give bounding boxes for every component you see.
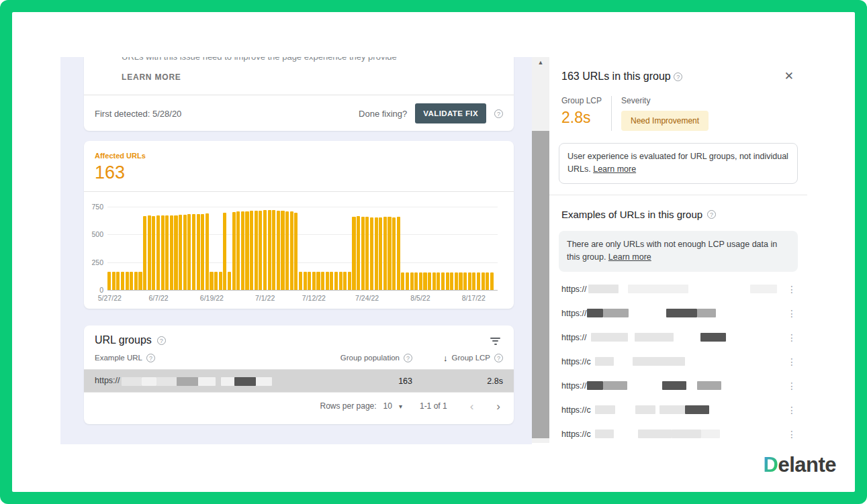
chart-bar [365,217,369,290]
learn-more-link[interactable]: Learn more [593,164,636,174]
redacted-text [591,333,628,342]
chart-bar [134,272,138,290]
chart-bar [401,272,404,290]
chart-bar [255,211,258,290]
redacted-text [628,285,688,293]
chart-bar [130,272,133,290]
chart-bar [299,272,302,290]
divider [84,191,514,192]
scrollbar-thumb[interactable] [532,131,549,438]
validate-fix-button[interactable]: VALIDATE FIX [415,103,486,123]
url-prefix: https:// [561,285,587,294]
help-icon[interactable] [157,336,166,345]
chart-bar [201,214,204,290]
chart-bar [219,272,222,290]
chart-bar [228,272,231,290]
example-url-link[interactable]: https:// [561,381,721,391]
example-url-link[interactable]: https://c [561,430,720,439]
lcp-usage-notice: There are only URLs with not enough LCP … [559,231,798,272]
col-group-population: Group population [340,354,400,362]
y-axis-label: 250 [89,258,103,266]
chart-bar [357,216,360,290]
redacted-text [635,333,674,342]
chart-bar [334,272,338,290]
help-icon[interactable] [674,72,682,81]
more-options-icon[interactable]: ⋮ [787,356,796,367]
sort-desc-icon[interactable]: ↓ [443,353,448,363]
chart-bar [450,272,453,290]
redacted-text [234,377,256,386]
next-page-icon[interactable]: › [496,401,500,412]
help-icon[interactable] [404,354,412,362]
chart-bar [259,211,262,290]
chart-bar [321,272,324,290]
x-axis-label: 6/19/22 [200,294,224,302]
x-axis-label: 6/7/22 [148,294,168,302]
example-url-link[interactable]: https:// [561,285,777,294]
chart-bar [326,272,329,290]
redacted-text [603,381,627,390]
url-prefix: https://c [561,430,591,439]
chart-bar [250,211,253,290]
group-info-box: User experience is evaluated for URL gro… [559,143,798,184]
help-icon[interactable] [494,354,503,362]
learn-more-link[interactable]: LEARN MORE [122,72,181,82]
more-options-icon[interactable]: ⋮ [787,429,796,440]
col-group-lcp[interactable]: Group LCP [451,354,490,362]
more-options-icon[interactable]: ⋮ [787,284,796,295]
example-url-link[interactable]: https:// [561,309,716,318]
x-axis: 5/27/226/7/226/19/227/1/227/12/227/24/22… [107,290,494,301]
divider [549,195,807,195]
x-axis-label: 7/24/22 [355,294,379,302]
logo-text: elante [778,453,836,476]
chart-bar [165,215,169,290]
help-icon[interactable] [707,210,716,219]
dropdown-arrow-icon: ▾ [399,403,402,410]
rows-per-page-select[interactable]: Rows per page: 10 ▾ [320,401,402,411]
example-url-link[interactable]: https://c [561,405,709,415]
close-icon[interactable]: ✕ [784,70,794,82]
chart-bar [463,272,467,290]
chart-bar [387,217,391,290]
more-options-icon[interactable]: ⋮ [787,332,796,343]
x-axis-label: 5/27/22 [98,294,122,302]
chart-bar [148,215,151,290]
learn-more-link[interactable]: Learn more [608,252,651,262]
scrollbar[interactable]: ▲ [532,57,549,443]
delante-logo: Delante [764,453,837,477]
chart-bar [414,272,418,290]
chart-bar [290,211,293,290]
example-url-row: https://⋮ [549,277,807,301]
chart-bars [107,207,494,290]
chart-bar [192,214,195,290]
group-population-value: 163 [318,376,412,386]
chart-bar [410,272,414,290]
more-options-icon[interactable]: ⋮ [787,405,796,415]
group-lcp-label: Group LCP [561,96,602,105]
help-icon[interactable] [146,354,155,362]
y-axis-label: 750 [89,203,103,211]
x-axis-label: 7/12/22 [302,294,326,302]
scrollbar-up-icon[interactable]: ▲ [532,59,549,66]
chart-bar [312,272,316,290]
first-detected-text: First detected: 5/28/20 [95,109,181,119]
url-group-row[interactable]: https:// 163 2.8s [84,370,514,392]
chart-bar [179,215,182,290]
redacted-text [198,377,216,386]
help-icon[interactable] [494,109,503,118]
severity-label: Severity [621,96,709,105]
chart-bar [206,213,209,290]
redacted-text [595,405,615,414]
url-prefix: https:// [561,309,587,318]
table-header: Example URL Group population ↓Group LCP [84,346,514,369]
chart-bar [138,272,142,290]
redacted-text [638,430,672,438]
more-options-icon[interactable]: ⋮ [787,308,796,319]
filter-icon[interactable] [490,336,500,345]
example-url-link[interactable]: https://c [561,357,685,366]
chart-bar [272,210,275,290]
example-url-row: https://c⋮ [549,422,807,445]
prev-page-icon[interactable]: ‹ [470,401,474,412]
example-url-link[interactable]: https:// [561,333,726,342]
more-options-icon[interactable]: ⋮ [787,381,796,391]
